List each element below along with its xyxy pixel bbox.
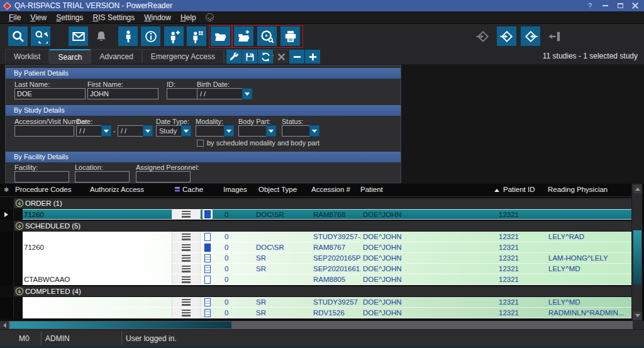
body-part-dropdown-button[interactable]	[266, 125, 276, 137]
column-procedure-codes[interactable]: Procedure Codes	[15, 186, 72, 193]
date-from-picker[interactable]: / /	[76, 125, 111, 137]
tab-worklist[interactable]: Worklist	[5, 49, 49, 63]
menu-chevron-icon[interactable]	[206, 13, 214, 21]
cell-reading-physician	[548, 210, 644, 219]
scroll-left-button[interactable]	[0, 321, 9, 329]
help-button[interactable]: ?	[586, 2, 594, 9]
refresh-button[interactable]	[258, 50, 273, 64]
open-folder-new-button[interactable]	[234, 26, 253, 46]
column-images[interactable]: Images	[223, 186, 247, 193]
minimize-button[interactable]	[601, 2, 609, 9]
table-row[interactable]: 0 SR SEP2020165PM DOE^JOHN 12321 LAM-HON…	[0, 253, 631, 264]
table-row[interactable]: 71260 0 DOC\SR RAM8768 DOE^JOHN 12321	[0, 209, 631, 220]
column-patient-id[interactable]: Patient ID	[494, 186, 535, 193]
menu-view[interactable]: View	[30, 13, 47, 22]
search-button[interactable]	[8, 26, 28, 46]
mail-button[interactable]	[69, 26, 88, 46]
tab-search[interactable]: Search	[49, 49, 91, 64]
column-accession[interactable]: Accession #	[311, 186, 350, 193]
document-icon-box	[203, 210, 213, 219]
scroll-down-button[interactable]	[633, 312, 641, 320]
add-patient-button[interactable]	[164, 26, 184, 46]
horizontal-scrollbar-thumb[interactable]	[10, 322, 231, 328]
table-row[interactable]: 0 SR RDV1526 DOE^JOHN 12321 RADMINLN^RAD…	[0, 308, 631, 318]
scroll-up-button[interactable]	[633, 185, 641, 193]
cache-status-icon	[172, 210, 201, 219]
import-study-right-button[interactable]	[497, 26, 516, 46]
table-group-header[interactable]: COMPLETED (4)	[14, 286, 631, 296]
patient-button[interactable]	[118, 26, 138, 46]
save-search-button[interactable]	[242, 50, 257, 64]
column-patient[interactable]: Patient	[360, 186, 383, 193]
close-button[interactable]	[631, 2, 639, 9]
maximize-button[interactable]	[616, 2, 624, 9]
cell-accession: STUDY39257-2	[313, 232, 361, 242]
status-dropdown-button[interactable]	[309, 125, 319, 137]
assigned-personnel-input[interactable]	[136, 171, 191, 182]
row-indicator	[0, 308, 14, 318]
horizontal-scrollbar[interactable]	[0, 321, 633, 329]
table-row[interactable]: 0 SR SEP20201661... DOE^JOHN 12321 LELY^…	[0, 264, 631, 274]
table-group-header[interactable]: ORDER (1)	[14, 198, 631, 208]
tab-advanced[interactable]: Advanced	[91, 49, 142, 63]
date-to-dropdown-button[interactable]	[143, 125, 153, 137]
cell-reading-physician: LELY^MD	[548, 297, 644, 307]
first-name-input[interactable]	[87, 88, 158, 99]
birth-date-picker[interactable]: / /	[197, 88, 252, 99]
table-row[interactable]: 0 STUDY39257-2 DOE^JOHN 12321 LELY^RAD	[0, 232, 631, 242]
patient-schedule-button[interactable]	[187, 26, 206, 46]
date-to-picker[interactable]: / /	[118, 125, 153, 137]
date-from-dropdown-button[interactable]	[101, 125, 111, 137]
menu-help[interactable]: Help	[180, 13, 196, 22]
column-authorization[interactable]: Authorizati	[90, 186, 119, 193]
birth-date-dropdown-button[interactable]	[242, 88, 252, 99]
import-study-left-button[interactable]	[521, 26, 540, 46]
vertical-scrollbar[interactable]	[631, 184, 642, 321]
location-input[interactable]	[75, 171, 130, 182]
expand-form-button[interactable]	[305, 50, 320, 64]
table-group-header[interactable]: SCHEDULED (5)	[14, 221, 631, 231]
document-icon	[204, 233, 211, 241]
column-object-type[interactable]: Object Type	[258, 186, 297, 193]
clear-search-button[interactable]	[274, 50, 289, 64]
row-content: 0 SR STUDY39257 DOE^JOHN 12321 LELY^MD	[23, 297, 631, 308]
configure-button[interactable]	[226, 50, 242, 64]
accession-input[interactable]	[14, 125, 74, 137]
info-button[interactable]	[141, 26, 160, 46]
vertical-scrollbar-thumb[interactable]	[633, 230, 641, 284]
column-reading-physician[interactable]: Reading Physician	[548, 186, 608, 193]
table-row[interactable]: 71260 0 DOC\SR RAM8767 DOE^JOHN 12321	[0, 242, 631, 253]
print-button[interactable]	[280, 26, 300, 46]
export-study-button[interactable]	[473, 26, 492, 46]
cache-bars-icon	[182, 233, 191, 240]
cell-object-type: DOC\SR	[256, 242, 284, 252]
plus-icon	[308, 52, 318, 62]
last-name-input[interactable]	[14, 88, 86, 99]
column-access[interactable]: Access	[121, 186, 144, 193]
date-type-select[interactable]: Study	[156, 125, 191, 137]
export-study-icon	[475, 29, 491, 44]
menu-file[interactable]: File	[9, 13, 21, 22]
status-select[interactable]	[282, 125, 319, 137]
search-reset-button[interactable]	[31, 26, 50, 46]
modality-select[interactable]	[196, 125, 234, 137]
menu-settings[interactable]: Settings	[56, 13, 83, 22]
menu-ris-settings[interactable]: RIS Settings	[93, 13, 135, 22]
modality-dropdown-button[interactable]	[224, 125, 234, 137]
collapse-panel-button[interactable]	[545, 26, 564, 46]
burn-cd-button[interactable]	[257, 26, 277, 46]
table-row[interactable]: 0 SR STUDY39257 DOE^JOHN 12321 LELY^MD	[0, 297, 631, 308]
menu-window[interactable]: Window	[144, 13, 171, 22]
column-cache[interactable]: Cache	[174, 186, 203, 193]
clear-x-icon	[276, 52, 287, 62]
open-folder-button[interactable]	[211, 26, 230, 46]
facility-input[interactable]	[14, 171, 69, 182]
tab-emergency-access[interactable]: Emergency Access	[142, 49, 224, 63]
notifications-button[interactable]	[91, 26, 111, 46]
date-type-dropdown-button[interactable]	[181, 125, 191, 137]
row-indicator	[0, 274, 14, 285]
body-part-select[interactable]	[238, 125, 276, 137]
collapse-form-button[interactable]	[289, 50, 304, 64]
table-row[interactable]: CTABWCAAO 0 RAM8805 DOE^JOHN 12321	[0, 274, 631, 285]
scheduled-modality-checkbox[interactable]	[197, 140, 204, 147]
